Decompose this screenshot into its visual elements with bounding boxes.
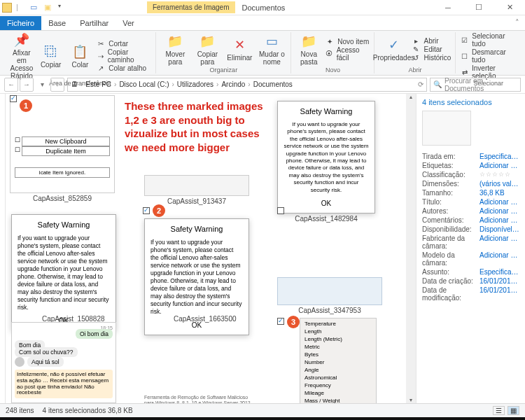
thumb-label: CapAssist_3347953 bbox=[277, 307, 382, 314]
details-value[interactable]: Adicionar uma e… bbox=[479, 162, 519, 169]
scrollbar[interactable]: ▴ ▾ bbox=[406, 94, 416, 403]
new-item-button[interactable]: ✦Novo item bbox=[325, 38, 370, 46]
delete-button[interactable]: ✕Eliminar bbox=[225, 37, 254, 62]
details-row[interactable]: Autores:Adicionar um au… bbox=[422, 207, 519, 215]
details-value[interactable]: Adicionar come… bbox=[479, 216, 519, 224]
thumb-image[interactable] bbox=[144, 175, 249, 196]
details-value[interactable]: ☆☆☆☆☆ bbox=[479, 171, 519, 178]
contextual-tab[interactable]: Ferramentas de Imagem bbox=[147, 1, 235, 13]
close-button[interactable]: ✕ bbox=[494, 0, 525, 15]
item-checkbox[interactable] bbox=[277, 318, 284, 325]
details-row[interactable]: Classificação:☆☆☆☆☆ bbox=[422, 171, 519, 178]
edit-button[interactable]: ✎Editar bbox=[411, 46, 451, 53]
copy-to-button[interactable]: 📁Copiar para bbox=[192, 34, 222, 66]
tab-view[interactable]: Ver bbox=[115, 16, 141, 30]
minimize-button[interactable]: ─ bbox=[433, 0, 463, 15]
ok-button[interactable]: OK bbox=[284, 200, 369, 207]
access-icon: ⦿ bbox=[325, 50, 334, 57]
paste-button[interactable]: 📋Colar bbox=[67, 44, 94, 69]
details-row[interactable]: Data de criação:16/01/2016 23:23… bbox=[422, 277, 519, 285]
details-row[interactable]: Título:Adicionar um tít… bbox=[422, 198, 519, 206]
ribbon-collapse-icon[interactable]: ˄ bbox=[510, 15, 525, 30]
paste-shortcut-button[interactable]: ↗Colar atalho bbox=[96, 64, 151, 72]
details-value[interactable]: 16/01/2016 23:23… bbox=[479, 277, 519, 285]
item-checkbox[interactable] bbox=[143, 207, 150, 214]
details-label: Modelo da câmara: bbox=[422, 251, 479, 267]
details-value[interactable]: (vários valores) bbox=[479, 180, 519, 188]
invert-icon: ⇄ bbox=[460, 69, 469, 76]
new-folder-button[interactable]: 📁Nova pasta bbox=[295, 34, 322, 66]
pc-icon: 🖥 bbox=[71, 80, 78, 88]
ok-button[interactable]: OK bbox=[150, 321, 243, 329]
view-details-icon[interactable]: ☰ bbox=[493, 406, 505, 415]
details-row[interactable]: Tirada em:Especificar data … bbox=[422, 153, 519, 160]
search-icon: 🔍 bbox=[433, 80, 442, 88]
item-checkbox[interactable] bbox=[277, 207, 284, 214]
details-row[interactable]: Data de modificação:16/01/2016 23:23… bbox=[422, 286, 519, 302]
crumb-user[interactable]: Arcindo bbox=[221, 80, 245, 88]
details-value[interactable]: Especificar o ass… bbox=[479, 268, 519, 276]
crumb-docs[interactable]: Documentos bbox=[253, 80, 293, 88]
details-label: Tamanho: bbox=[422, 189, 479, 197]
details-value[interactable]: Adicionar texto bbox=[479, 234, 519, 250]
qat-separator: | bbox=[16, 3, 26, 13]
crumb-users[interactable]: Utilizadores bbox=[177, 80, 214, 88]
badge-3: 3 bbox=[287, 316, 300, 328]
thumb-image[interactable]: 18:15 Oi bom dia Bom dia Com sol ou chuv… bbox=[11, 322, 116, 403]
rename-button[interactable]: ▭Mudar o nome bbox=[257, 34, 286, 66]
details-value[interactable]: 36,8 KB bbox=[479, 189, 519, 197]
history-dropdown-icon[interactable]: ▾ bbox=[35, 78, 49, 92]
refresh-icon[interactable]: ⟳ bbox=[418, 80, 424, 88]
new-folder-icon[interactable]: ▣ bbox=[44, 3, 54, 13]
maximize-button[interactable]: ☐ bbox=[463, 0, 494, 15]
select-none-button[interactable]: ☐Desmarcar tudo bbox=[460, 48, 517, 64]
details-row[interactable]: Tamanho:36,8 KB bbox=[422, 189, 519, 197]
thumb-image[interactable] bbox=[277, 277, 382, 305]
details-row[interactable]: Etiquetas:Adicionar uma e… bbox=[422, 162, 519, 169]
details-row[interactable]: Assunto:Especificar o ass… bbox=[422, 268, 519, 276]
crumb-disk[interactable]: Disco Local (C:) bbox=[119, 80, 169, 88]
thumb-image[interactable]: Temperature Length Length (Metric) Metri… bbox=[300, 318, 377, 403]
details-row[interactable]: Comentários:Adicionar come… bbox=[422, 216, 519, 224]
up-button[interactable]: ↑ bbox=[50, 78, 64, 92]
delete-icon: ✕ bbox=[231, 37, 248, 54]
tab-home[interactable]: Base bbox=[41, 16, 73, 30]
nav-tree[interactable] bbox=[0, 94, 6, 403]
breadcrumb[interactable]: 🖥› Este PC› Disco Local (C:)› Utilizador… bbox=[67, 78, 427, 92]
open-button[interactable]: ▸Abrir bbox=[411, 37, 451, 45]
details-row[interactable]: Disponibilidade:Disponível offline bbox=[422, 225, 519, 233]
move-to-button[interactable]: 📁Mover para bbox=[160, 34, 190, 66]
details-value[interactable]: 16/01/2016 23:23… bbox=[479, 286, 519, 302]
history-button[interactable]: ↺Histórico bbox=[411, 54, 451, 62]
easy-access-button[interactable]: ⦿Acesso fácil bbox=[325, 46, 370, 62]
select-all-button[interactable]: ☑Selecionar tudo bbox=[460, 32, 517, 48]
back-button[interactable]: ← bbox=[4, 78, 18, 92]
file-grid[interactable]: 1 ☐New Clipboard ☐Duplicate Item icate I… bbox=[6, 94, 416, 403]
properties-button[interactable]: ✓Propriedades bbox=[379, 37, 408, 62]
details-value[interactable]: Especificar data … bbox=[479, 153, 519, 160]
cut-button[interactable]: ✂Cortar bbox=[96, 40, 151, 48]
details-label: Dimensões: bbox=[422, 180, 479, 188]
forward-button[interactable]: → bbox=[20, 78, 34, 92]
item-checkbox[interactable] bbox=[10, 95, 17, 102]
tab-file[interactable]: Ficheiro bbox=[0, 16, 41, 30]
qat-dropdown-icon[interactable]: ▾ bbox=[58, 3, 68, 13]
details-row[interactable]: Modelo da câmara:Adicionar um no… bbox=[422, 251, 519, 267]
details-value[interactable]: Disponível offline bbox=[479, 225, 519, 233]
copy-button[interactable]: ⿻Copiar bbox=[38, 44, 64, 69]
props-icon: ✓ bbox=[385, 37, 402, 54]
details-value[interactable]: Adicionar um tít… bbox=[479, 198, 519, 206]
view-icons-icon[interactable]: ▦ bbox=[507, 406, 519, 415]
search-input[interactable]: 🔍 Procurar em Documentos bbox=[430, 78, 521, 92]
details-row[interactable]: Dimensões:(vários valores) bbox=[422, 180, 519, 188]
badge-2: 2 bbox=[153, 204, 165, 217]
details-value[interactable]: Adicionar um au… bbox=[479, 207, 519, 215]
pin-button[interactable]: 📌Afixar em Acesso Rápido bbox=[8, 32, 35, 80]
copy-path-button[interactable]: ⇢Copiar caminho bbox=[96, 48, 151, 64]
properties-icon[interactable]: ▭ bbox=[30, 3, 40, 13]
crumb-pc[interactable]: Este PC bbox=[85, 80, 111, 88]
details-label: Classificação: bbox=[422, 171, 479, 178]
details-row[interactable]: Fabricante da câmara:Adicionar texto bbox=[422, 234, 519, 250]
details-value[interactable]: Adicionar um no… bbox=[479, 251, 519, 267]
tab-share[interactable]: Partilhar bbox=[73, 16, 115, 30]
